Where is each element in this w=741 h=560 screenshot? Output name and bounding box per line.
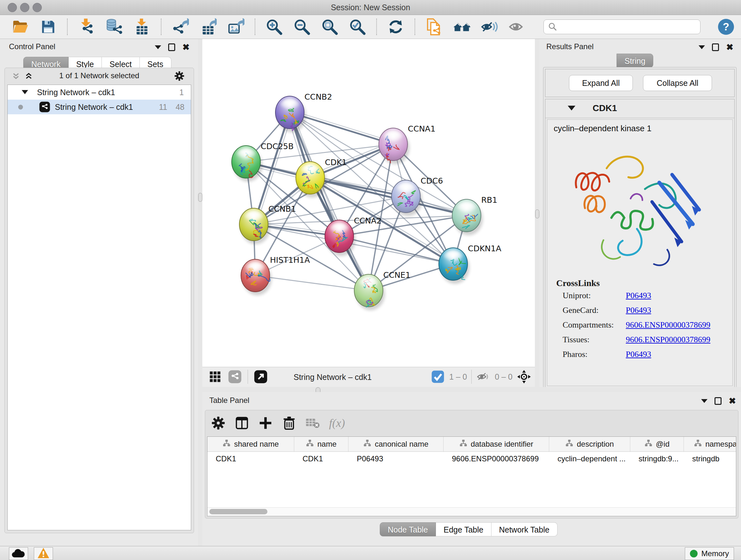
- column-header-name[interactable]: name: [294, 437, 348, 451]
- help-button[interactable]: ?: [718, 19, 734, 35]
- hidden-eye-slash-icon[interactable]: [476, 370, 490, 384]
- table-row[interactable]: CDK1CDK1P064939606.ENSP00000378699cyclin…: [207, 452, 736, 466]
- column-header-namespac[interactable]: namespac: [684, 437, 736, 451]
- crosslinks-title: CrossLinks: [556, 278, 600, 288]
- crosslink-link[interactable]: 9606.ENSP00000378699: [626, 335, 711, 345]
- section-collapse-icon[interactable]: [568, 106, 576, 111]
- string-results-box: Expand All Collapse All CDK1 cyclin–depe…: [543, 67, 737, 390]
- destroy-table-icon: [306, 416, 320, 430]
- memory-status-dot-icon: [690, 550, 697, 557]
- detach-view-icon[interactable]: [254, 370, 268, 384]
- network-node-RB1[interactable]: RB1: [452, 195, 497, 235]
- panel-close-icon[interactable]: ✖: [182, 44, 190, 51]
- panel-float-icon[interactable]: [168, 44, 175, 51]
- network-tree-item-row[interactable]: String Network – cdk1 11 48: [8, 100, 191, 114]
- export-image-icon[interactable]: [227, 18, 245, 36]
- export-network-icon[interactable]: [172, 18, 189, 36]
- zoom-out-icon[interactable]: [293, 18, 311, 36]
- zoom-in-icon[interactable]: [265, 18, 283, 36]
- tab-edge-table[interactable]: Edge Table: [436, 522, 491, 537]
- import-network-from-database-icon[interactable]: [105, 18, 123, 36]
- birdseye-view-icon[interactable]: [517, 370, 531, 384]
- grid-mode-icon[interactable]: [208, 370, 222, 384]
- results-close-icon[interactable]: ✖: [726, 44, 733, 51]
- tree-collapse-icon[interactable]: [22, 90, 28, 94]
- crosslink-link[interactable]: P06493: [626, 306, 651, 315]
- string-homology-icon[interactable]: [453, 18, 471, 36]
- bottom-splitter[interactable]: [202, 387, 741, 392]
- delete-column-icon[interactable]: [282, 416, 296, 430]
- tab-network-table[interactable]: Network Table: [491, 522, 557, 537]
- tab-node-table[interactable]: Node Table: [380, 522, 436, 537]
- table-hscrollbar-thumb[interactable]: [209, 509, 267, 514]
- expand-all-button[interactable]: Expand All: [569, 75, 633, 91]
- add-column-icon[interactable]: [258, 416, 273, 430]
- table-cell[interactable]: stringdb: [684, 452, 736, 466]
- selected-checkbox-icon[interactable]: [431, 370, 445, 384]
- node-table[interactable]: shared namenamecanonical namedatabase id…: [207, 436, 736, 516]
- table-cell[interactable]: stringdb:9...: [630, 452, 684, 466]
- network-canvas[interactable]: CCNB2CCNA1CDC25BCDK1CDC6RB1CCNB1CCNA2CDK…: [202, 39, 535, 367]
- left-splitter[interactable]: [198, 39, 202, 546]
- column-header-description[interactable]: description: [549, 437, 630, 451]
- table-cell[interactable]: P06493: [348, 452, 444, 466]
- network-edge[interactable]: [255, 275, 368, 291]
- zoom-selected-icon[interactable]: [348, 18, 366, 36]
- column-header-shared-name[interactable]: shared name: [207, 437, 294, 451]
- network-node-CCNB1[interactable]: CCNB1: [239, 204, 296, 244]
- network-node-CCNA2[interactable]: CCNA2: [325, 216, 382, 256]
- search-input[interactable]: [543, 19, 700, 34]
- table-cell[interactable]: CDK1: [207, 452, 294, 466]
- collection-count: 1: [179, 85, 184, 100]
- column-header-canonical-name[interactable]: canonical name: [348, 437, 444, 451]
- table-close-icon[interactable]: ✖: [729, 398, 736, 404]
- table-float-icon[interactable]: [715, 397, 722, 405]
- node-attribute-icon: [694, 439, 702, 449]
- table-tabs: Node TableEdge TableNetwork Table: [380, 522, 557, 537]
- table-cell[interactable]: CDK1: [294, 452, 348, 466]
- network-node-CDC6[interactable]: CDC6: [392, 176, 443, 216]
- network-node-HIST1H1A[interactable]: HIST1H1A: [241, 255, 310, 295]
- network-node-CCNB2[interactable]: CCNB2: [275, 92, 332, 132]
- save-session-icon[interactable]: [39, 18, 57, 36]
- warnings-button[interactable]: [34, 547, 53, 560]
- network-options-gear-icon[interactable]: [174, 71, 185, 83]
- right-splitter-handle[interactable]: [535, 209, 539, 219]
- tab-string[interactable]: String: [616, 54, 653, 68]
- crosslink-link[interactable]: 9606.ENSP00000378699: [626, 320, 711, 330]
- column-header-database-identifier[interactable]: database identifier: [444, 437, 549, 451]
- network-item-label: String Network – cdk1: [55, 100, 133, 114]
- network-mode-icon[interactable]: [228, 370, 242, 384]
- results-float-icon[interactable]: [712, 44, 719, 51]
- table-menu-icon[interactable]: [701, 399, 708, 403]
- network-node-CCNE1[interactable]: CCNE1: [354, 270, 410, 310]
- cloud-status-button[interactable]: [9, 547, 28, 560]
- table-settings-gear-icon[interactable]: [211, 416, 226, 430]
- crosslink-link[interactable]: P06493: [626, 350, 651, 359]
- right-splitter[interactable]: [535, 39, 539, 392]
- crosslink-link[interactable]: P06493: [626, 291, 651, 300]
- left-splitter-handle[interactable]: [198, 193, 202, 202]
- collapse-all-button[interactable]: Collapse All: [643, 75, 712, 91]
- results-menu-icon[interactable]: [698, 45, 705, 49]
- show-columns-icon[interactable]: [234, 416, 249, 430]
- table-cell[interactable]: 9606.ENSP00000378699: [444, 452, 549, 466]
- protein-section-header[interactable]: CDK1: [545, 99, 734, 118]
- table-hscrollbar[interactable]: [207, 507, 736, 516]
- network-tree-root-row[interactable]: String Network – cdk1 1: [8, 85, 191, 100]
- table-panel-title: Table Panel: [209, 396, 249, 405]
- memory-button[interactable]: Memory: [685, 547, 734, 560]
- column-header-@id[interactable]: @id: [630, 437, 684, 451]
- refresh-view-icon[interactable]: [387, 18, 405, 36]
- zoom-fit-content-icon[interactable]: [321, 18, 339, 36]
- network-node-CDKN1A[interactable]: CDKN1A: [439, 244, 501, 284]
- string-enhance-icon[interactable]: [481, 18, 498, 36]
- import-network-from-file-icon[interactable]: [77, 18, 95, 36]
- open-session-icon[interactable]: [11, 18, 29, 36]
- show-graphics-details-icon[interactable]: [509, 18, 526, 36]
- string-query-icon[interactable]: [425, 18, 443, 36]
- export-table-icon[interactable]: [199, 18, 217, 36]
- import-table-from-file-icon[interactable]: [133, 18, 151, 36]
- table-cell[interactable]: cyclin–dependent ...: [549, 452, 630, 466]
- panel-menu-icon[interactable]: [155, 45, 161, 49]
